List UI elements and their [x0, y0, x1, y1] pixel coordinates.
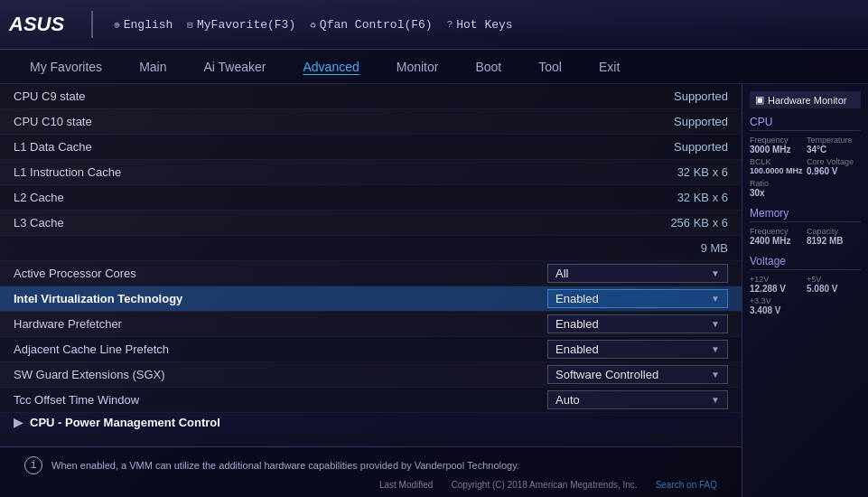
setting-row-l1-instruction[interactable]: L1 Instruction Cache 32 KB x 6: [0, 160, 742, 185]
hw-voltage-section: Voltage +12V 12.288 V +5V 5.080 V +3.3V …: [750, 255, 861, 315]
bios-container: ASUS ⊕ English ⊟ MyFavorite(F3) ♻ Qfan C…: [0, 0, 868, 497]
content-area: CPU C9 state Supported CPU C10 state Sup…: [0, 84, 868, 497]
setting-row-sgx[interactable]: SW Guard Extensions (SGX) Software Contr…: [0, 362, 742, 388]
setting-row-tcc[interactable]: Tcc Offset Time Window Auto ▼: [0, 388, 742, 413]
dropdown-vt[interactable]: Enabled ▼: [547, 289, 728, 308]
star-icon: ⊟: [187, 19, 193, 31]
dropdown-arrow-vt: ▼: [711, 294, 720, 304]
setting-row-cpu-c9[interactable]: CPU C9 state Supported: [0, 84, 742, 109]
bottom-meta: Last Modified Copyright (C) 2018 America…: [11, 478, 731, 492]
setting-row-adjacent-cache[interactable]: Adjacent Cache Line Prefetch Enabled ▼: [0, 337, 742, 362]
cpu-core-voltage-label: Core Voltage 0.960 V: [807, 157, 861, 176]
dropdown-arrow-cores: ▼: [711, 268, 720, 278]
dropdown-processor-cores[interactable]: All ▼: [547, 264, 728, 283]
cpu-power-section-header[interactable]: ▶ CPU - Power Management Control: [0, 413, 742, 432]
hw-memory-section: Memory Frequency 2400 MHz Capacity 8192 …: [750, 207, 861, 246]
nav-divider: [91, 11, 93, 38]
hw-voltage-title: Voltage: [750, 255, 861, 270]
value-l1-data: Supported: [547, 140, 728, 154]
info-description: When enabled, a VMM can utilize the addi…: [51, 460, 519, 471]
main-panel: CPU C9 state Supported CPU C10 state Sup…: [0, 84, 742, 497]
myfavorite-button[interactable]: ⊟ MyFavorite(F3): [187, 18, 295, 32]
value-l3-cache-1: 256 KB x 6: [547, 216, 728, 230]
bottom-info-bar: i When enabled, a VMM can utilize the ad…: [11, 453, 731, 478]
globe-icon: ⊕: [114, 19, 120, 31]
label-vt: Intel Virtualization Technology: [14, 292, 547, 305]
label-tcc: Tcc Offset Time Window: [14, 393, 547, 407]
dropdown-adjacent-cache[interactable]: Enabled ▼: [547, 340, 728, 359]
label-processor-cores: Active Processor Cores: [14, 267, 547, 280]
label-l2-cache: L2 Cache: [14, 191, 547, 204]
qfan-control-button[interactable]: ♻ Qfan Control(F6): [310, 18, 432, 32]
hw-monitor-title: ▣ Hardware Monitor: [750, 91, 861, 108]
dropdown-tcc[interactable]: Auto ▼: [547, 390, 728, 409]
bios-logo: ASUS: [9, 13, 64, 36]
hw-memory-title: Memory: [750, 207, 861, 222]
setting-row-prefetcher[interactable]: Hardware Prefetcher Enabled ▼: [0, 312, 742, 337]
dropdown-arrow-tcc: ▼: [711, 395, 720, 405]
search-faq-link[interactable]: Search on FAQ: [656, 480, 717, 490]
value-cpu-c10: Supported: [547, 115, 728, 128]
cpu-bclk-label: BCLK 100.0000 MHz: [750, 157, 804, 176]
cpu-ratio-label: Ratio 30x: [750, 179, 804, 198]
mem-freq-label: Frequency 2400 MHz: [750, 227, 804, 246]
top-nav: ASUS ⊕ English ⊟ MyFavorite(F3) ♻ Qfan C…: [0, 0, 868, 50]
hw-cpu-grid: Frequency 3000 MHz Temperature 34°C BCLK…: [750, 136, 861, 198]
value-cpu-c9: Supported: [547, 89, 728, 103]
hw-cpu-section: CPU Frequency 3000 MHz Temperature 34°C …: [750, 116, 861, 198]
section-expand-arrow: ▶: [14, 416, 23, 429]
hw-cpu-title: CPU: [750, 116, 861, 131]
value-l3-cache-2: 9 MB: [547, 241, 728, 255]
cpu-freq-label: Frequency 3000 MHz: [750, 136, 804, 155]
setting-row-cpu-c10[interactable]: CPU C10 state Supported: [0, 109, 742, 135]
copyright-text: Copyright (C) 2018 American Megatrends, …: [451, 480, 637, 490]
label-adjacent-cache: Adjacent Cache Line Prefetch: [14, 342, 547, 356]
tab-monitor[interactable]: Monitor: [380, 55, 455, 79]
v3-label: +3.3V 3.408 V: [750, 296, 804, 315]
mem-capacity-label: Capacity 8192 MB: [807, 227, 861, 246]
tab-boot[interactable]: Boot: [459, 55, 518, 79]
tab-advanced[interactable]: Advanced: [286, 55, 375, 79]
setting-row-l1-data[interactable]: L1 Data Cache Supported: [0, 135, 742, 160]
setting-row-processor-cores[interactable]: Active Processor Cores All ▼: [0, 261, 742, 286]
hardware-monitor-panel: ▣ Hardware Monitor CPU Frequency 3000 MH…: [742, 84, 868, 497]
label-l3-cache-1: L3 Cache: [14, 216, 547, 230]
key-icon: ?: [447, 19, 453, 30]
dropdown-sgx[interactable]: Software Controlled ▼: [547, 365, 728, 384]
label-cpu-c9: CPU C9 state: [14, 89, 547, 103]
second-nav: My Favorites Main Ai Tweaker Advanced Mo…: [0, 50, 868, 84]
monitor-icon: ▣: [755, 94, 764, 106]
tab-my-favorites[interactable]: My Favorites: [14, 55, 118, 79]
tab-tool[interactable]: Tool: [522, 55, 578, 79]
value-l2-cache: 32 KB x 6: [547, 191, 728, 204]
cpu-temp-label: Temperature 34°C: [807, 136, 861, 155]
fan-icon: ♻: [310, 19, 316, 31]
last-modified-label: Last Modified: [379, 480, 433, 490]
value-l1-instruction: 32 KB x 6: [547, 165, 728, 179]
setting-row-vt[interactable]: Intel Virtualization Technology Enabled …: [0, 286, 742, 312]
tab-exit[interactable]: Exit: [583, 55, 636, 79]
hw-voltage-grid: +12V 12.288 V +5V 5.080 V +3.3V 3.408 V: [750, 275, 861, 315]
setting-row-l2-cache[interactable]: L2 Cache 32 KB x 6: [0, 185, 742, 211]
label-l1-instruction: L1 Instruction Cache: [14, 165, 547, 179]
label-sgx: SW Guard Extensions (SGX): [14, 368, 547, 381]
language-selector[interactable]: ⊕ English: [114, 18, 173, 32]
info-icon: i: [24, 456, 42, 474]
dropdown-arrow-sgx: ▼: [711, 370, 720, 380]
hw-memory-grid: Frequency 2400 MHz Capacity 8192 MB: [750, 227, 861, 246]
dropdown-prefetcher[interactable]: Enabled ▼: [547, 314, 728, 333]
hotkeys-button[interactable]: ? Hot Keys: [447, 18, 513, 32]
label-prefetcher: Hardware Prefetcher: [14, 317, 547, 331]
tab-ai-tweaker[interactable]: Ai Tweaker: [187, 55, 282, 79]
v5-label: +5V 5.080 V: [807, 275, 861, 294]
dropdown-arrow-adjacent: ▼: [711, 344, 720, 354]
setting-row-l3-cache-2[interactable]: 9 MB: [0, 236, 742, 261]
label-l1-data: L1 Data Cache: [14, 140, 547, 154]
tab-main[interactable]: Main: [123, 55, 182, 79]
dropdown-arrow-prefetcher: ▼: [711, 319, 720, 329]
setting-row-l3-cache-1[interactable]: L3 Cache 256 KB x 6: [0, 211, 742, 236]
v12-label: +12V 12.288 V: [750, 275, 804, 294]
settings-table: CPU C9 state Supported CPU C10 state Sup…: [0, 84, 742, 432]
label-cpu-c10: CPU C10 state: [14, 115, 547, 128]
